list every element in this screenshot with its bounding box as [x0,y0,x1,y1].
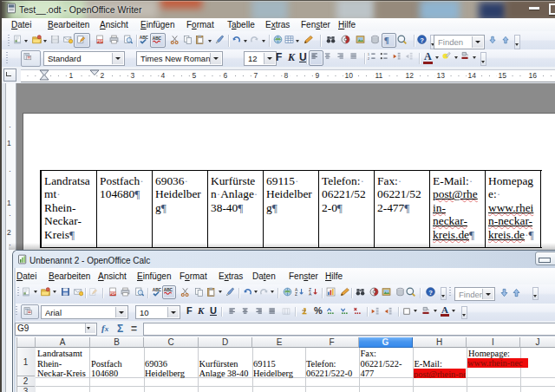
svg-text:2: 2 [368,57,369,61]
svg-text:1: 1 [368,53,369,56]
